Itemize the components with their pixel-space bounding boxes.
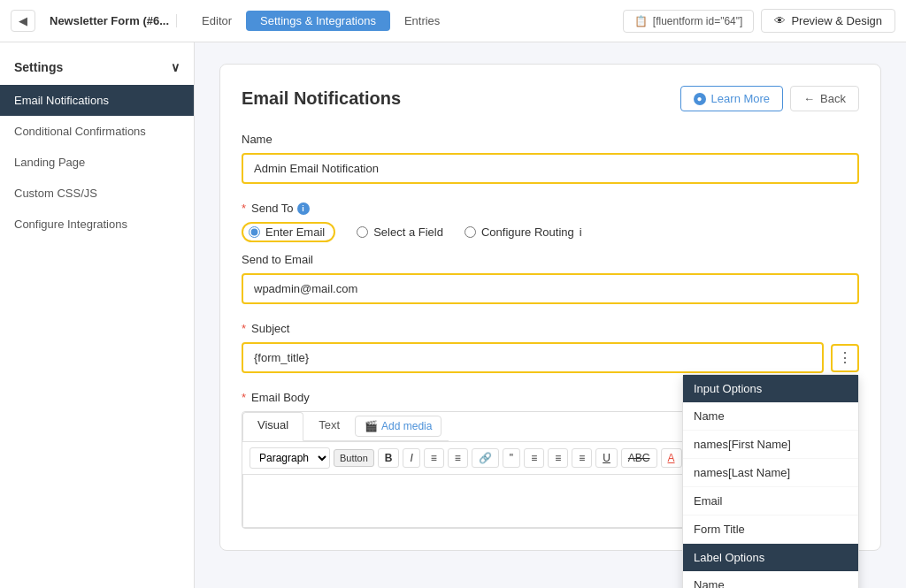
send-to-email-section: Send to Email: [242, 253, 859, 304]
sidebar-item-custom-css-js[interactable]: Custom CSS/JS: [0, 178, 194, 209]
radio-configure-routing-input[interactable]: [465, 226, 476, 238]
link-btn[interactable]: 🔗: [472, 448, 499, 468]
sidebar-item-label: Configure Integrations: [14, 218, 127, 231]
send-to-email-label: Send to Email: [242, 253, 859, 266]
sidebar-title: Settings: [14, 60, 63, 74]
italic-btn[interactable]: I: [403, 448, 419, 468]
shortcode-button[interactable]: 📋 [fluentform id="64"]: [623, 10, 755, 33]
sidebar-item-label: Conditional Confirmations: [14, 125, 146, 138]
paragraph-select[interactable]: Paragraph: [250, 447, 330, 469]
back-arrow-icon: ◀: [19, 14, 27, 27]
subject-label: * Subject: [242, 322, 859, 335]
bold-btn[interactable]: B: [378, 448, 400, 468]
label-options-header: Label Options: [683, 544, 858, 571]
add-media-button[interactable]: 🎬 Add media: [355, 416, 441, 437]
main-layout: Settings ∨ Email Notifications Condition…: [0, 42, 906, 588]
input-options-header: Input Options: [683, 375, 858, 402]
dropdown-item-email[interactable]: Email: [683, 487, 858, 515]
tab-settings-integrations[interactable]: Settings & Integrations: [246, 11, 390, 31]
button-toolbar-btn[interactable]: Button: [334, 449, 374, 467]
subject-row: ⋮ Input Options Name names[First Name] n…: [242, 342, 859, 373]
send-to-email-input[interactable]: [242, 273, 859, 304]
sidebar-item-email-notifications[interactable]: Email Notifications: [0, 85, 194, 116]
strikethrough-btn[interactable]: ABC: [621, 448, 657, 468]
header-actions: ● Learn More ← Back: [680, 86, 859, 111]
content-card: Email Notifications ● Learn More ← Back …: [219, 64, 881, 551]
tab-entries[interactable]: Entries: [390, 11, 454, 31]
send-to-info-icon[interactable]: i: [297, 202, 310, 215]
radio-enter-email-input[interactable]: [249, 226, 260, 238]
sidebar-item-label: Email Notifications: [14, 94, 109, 107]
learn-more-button[interactable]: ● Learn More: [680, 86, 783, 111]
shortcode-icon: 📋: [634, 15, 648, 27]
dropdown-item-name[interactable]: Name: [683, 402, 858, 431]
dropdown-item-last-name[interactable]: names[Last Name]: [683, 459, 858, 487]
configure-routing-label: Configure Routing: [481, 225, 574, 239]
radio-select-field-input[interactable]: [357, 226, 368, 238]
add-media-label: Add media: [381, 420, 432, 432]
learn-more-label: Learn More: [711, 92, 770, 105]
dots-icon: ⋮: [838, 349, 852, 366]
subject-options-button[interactable]: ⋮: [831, 344, 859, 372]
dropdown-item-form-title[interactable]: Form Title: [683, 515, 858, 544]
send-to-label: * Send To i: [242, 202, 859, 215]
radio-select-field[interactable]: Select a Field: [357, 225, 443, 239]
sidebar-item-label: Landing Page: [14, 156, 85, 169]
name-label: Name: [242, 133, 859, 146]
input-options-dropdown: Input Options Name names[First Name] nam…: [682, 374, 859, 588]
preview-design-button[interactable]: 👁 Preview & Design: [761, 9, 895, 33]
dropdown-item-first-name[interactable]: names[First Name]: [683, 431, 858, 459]
shortcode-text: [fluentform id="64"]: [653, 15, 743, 27]
sidebar-item-conditional-confirmations[interactable]: Conditional Confirmations: [0, 116, 194, 147]
back-label: Back: [820, 92, 846, 105]
main-content: Email Notifications ● Learn More ← Back …: [195, 42, 906, 588]
preview-label: Preview & Design: [791, 14, 882, 27]
ol-btn[interactable]: ≡: [448, 448, 468, 468]
back-button[interactable]: ← Back: [790, 86, 859, 111]
subject-field-group: * Subject ⋮ Input Options Name names[Fir…: [242, 322, 859, 373]
topbar-tabs: Editor Settings & Integrations Entries: [188, 11, 454, 31]
send-to-field-group: * Send To i Enter Email Select a Field: [242, 202, 859, 304]
send-to-radio-group: Enter Email Select a Field Configure Rou…: [242, 222, 859, 242]
align-center-btn[interactable]: ≡: [548, 448, 568, 468]
align-right-btn[interactable]: ≡: [572, 448, 592, 468]
eye-icon: 👁: [774, 14, 786, 27]
name-input[interactable]: [242, 153, 859, 184]
sidebar-item-label: Custom CSS/JS: [14, 187, 97, 200]
align-left-btn[interactable]: ≡: [524, 448, 544, 468]
chevron-down-icon: ∨: [171, 60, 180, 74]
page-title: Email Notifications: [242, 88, 401, 109]
sidebar: Settings ∨ Email Notifications Condition…: [0, 42, 195, 588]
enter-email-box: Enter Email: [242, 222, 335, 242]
sidebar-item-configure-integrations[interactable]: Configure Integrations: [0, 209, 194, 240]
topbar: ◀ Newsletter Form (#6... Editor Settings…: [0, 0, 906, 42]
select-field-label: Select a Field: [373, 225, 443, 239]
tab-visual[interactable]: Visual: [242, 412, 303, 441]
underline-btn[interactable]: U: [595, 448, 618, 468]
sidebar-item-landing-page[interactable]: Landing Page: [0, 147, 194, 178]
subject-input[interactable]: [242, 342, 824, 373]
back-arrow-icon: ←: [803, 92, 815, 105]
dropdown-label-item-name[interactable]: Name: [683, 571, 858, 588]
page-header: Email Notifications ● Learn More ← Back: [242, 86, 859, 111]
text-color-btn[interactable]: A: [661, 448, 682, 468]
form-title: Newsletter Form (#6...: [42, 14, 177, 27]
tab-editor[interactable]: Editor: [188, 11, 246, 31]
routing-info-icon[interactable]: i: [580, 225, 582, 239]
ul-btn[interactable]: ≡: [424, 448, 444, 468]
circle-icon: ●: [694, 93, 706, 105]
nav-back-button[interactable]: ◀: [11, 10, 35, 32]
enter-email-label: Enter Email: [265, 225, 325, 239]
editor-tabs: Visual Text 🎬 Add media: [242, 412, 449, 441]
tab-text[interactable]: Text: [303, 412, 355, 440]
sidebar-header: Settings ∨: [0, 53, 194, 85]
media-icon: 🎬: [365, 420, 378, 432]
name-field-group: Name: [242, 133, 859, 184]
quote-btn[interactable]: ": [503, 448, 520, 468]
radio-configure-routing[interactable]: Configure Routing i: [465, 225, 582, 239]
radio-enter-email[interactable]: Enter Email: [242, 222, 335, 242]
